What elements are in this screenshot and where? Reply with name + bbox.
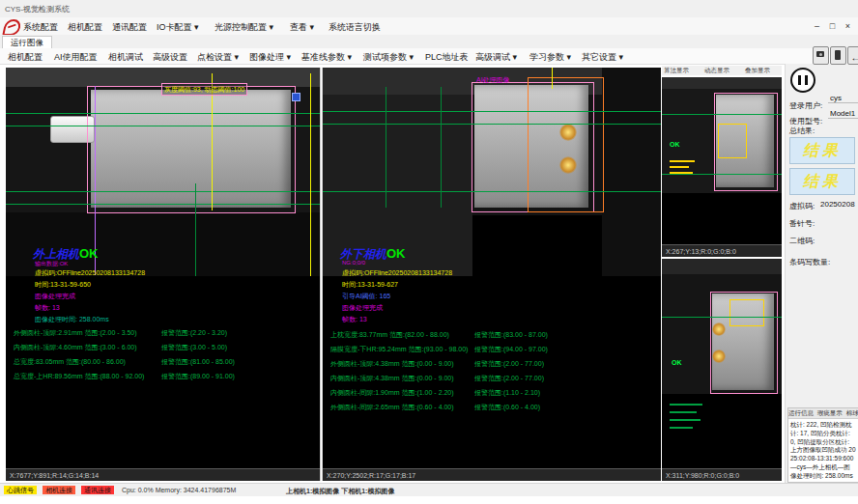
camera2-frames: 帧数: 13	[342, 315, 367, 324]
camera2-scene[interactable]: AI处理图像 外下相机OK NG:0;0/0 虚拟码:OFFline202502…	[323, 68, 661, 468]
menu-light-config[interactable]: 光源控制配置 ▾	[214, 21, 273, 34]
camera2-ai-threshold: 引导AI阈值: 165	[342, 292, 390, 301]
tool-camera-config[interactable]: 相机配置	[8, 51, 43, 64]
login-user-value: cys	[828, 94, 858, 103]
tool-image-process[interactable]: 图像处理 ▾	[249, 51, 291, 64]
tool-advanced-set[interactable]: 高级设置	[153, 51, 187, 64]
tool-test-param[interactable]: 测试项参数 ▾	[363, 51, 414, 64]
camera2-cursor-coords: X:270;Y:2502;R:17;G:17;B:17	[323, 468, 661, 481]
close-button[interactable]: ×	[841, 19, 855, 33]
camera1-view[interactable]: 灰度阈值:93, 动态阈值:100 外上相机OK 输出数据:OK 虚拟码:OFF…	[6, 68, 321, 481]
preview1-ok-badge: OK	[670, 141, 680, 148]
camera2-view[interactable]: AI处理图像 外下相机OK NG:0;0/0 虚拟码:OFFline202502…	[322, 68, 661, 481]
machine-top-rail	[662, 259, 782, 274]
preview-header-row: 算法显示 动态显示 叠加显示	[662, 66, 782, 75]
roi-rect-pink	[87, 86, 296, 213]
preview2-scene[interactable]: OK	[662, 259, 782, 469]
virtual-code-value: 20250208	[818, 200, 857, 209]
camera1-name: 外上相机	[33, 247, 79, 261]
baseline-2	[6, 126, 320, 126]
stats-tab-run[interactable]: 运行信息	[788, 409, 814, 416]
stats-tab-cotton[interactable]: 棉球信息	[846, 409, 858, 416]
measure-line-green	[195, 183, 196, 276]
camera1-proc-time: 图像处理时间: 258.00ms	[35, 315, 109, 324]
model-value: Model1	[828, 109, 858, 119]
right-panel: ← 登录用户: cys 使用型号: Model1 总结果: 结果 结果 虚拟码:…	[785, 64, 858, 485]
camera-mode-text: 上相机1:模拟图像 下相机1:模拟图像	[286, 487, 394, 496]
roi-rect-orange	[528, 77, 604, 212]
camera2-name: 外下相机	[340, 247, 386, 261]
alarm-range: 报警范围:(0.60 - 4.00)	[474, 403, 540, 412]
baseline-2	[323, 124, 661, 125]
window-title: CYS-视觉检测系统	[5, 4, 70, 14]
maximize-button[interactable]: □	[825, 19, 840, 33]
total-result-label: 总结果:	[789, 126, 815, 136]
alarm-range: 报警范围:(2.00 - 77.00)	[474, 359, 544, 369]
camera2-ng-line: NG:0;0/0	[342, 260, 365, 266]
measure-line-green-1	[386, 87, 386, 208]
baseline-3	[6, 191, 320, 192]
baseline-1	[662, 114, 782, 115]
camera-capture-button[interactable]	[813, 46, 829, 65]
camera1-output-line: 输出数据:OK	[35, 260, 68, 268]
preview2-cursor-coords: X:311;Y:980;R:0;G:0;B:0	[662, 468, 782, 481]
preview-header-1[interactable]: 算法显示	[664, 67, 689, 75]
roi-handle-icon[interactable]	[292, 93, 300, 101]
camera-icon	[816, 51, 824, 57]
minimize-button[interactable]: –	[810, 19, 824, 33]
measure-row: 内侧圆柱-顶隙:4.38mm 范围:(0.00 - 9.00)	[330, 374, 454, 383]
camera2-time: 时间:13-31-59-627	[342, 280, 398, 290]
alarm-range: 报警范围:(81.00 - 85.00)	[161, 357, 235, 367]
preview2-ok-badge: OK	[672, 359, 682, 366]
stats-tab-defect[interactable]: 瑕疵显示	[817, 409, 843, 416]
tool-camera-debug[interactable]: 相机调试	[108, 51, 143, 64]
measure-row: 隔膜宽度-下HR:95.24mm 范围:(93.00 - 98.00)	[330, 345, 468, 354]
cpu-memory-text: Cpu: 0.0% Memory: 3424.41796875M	[122, 487, 236, 493]
baseline-2	[662, 174, 782, 175]
menu-io-config[interactable]: IO卡配置 ▾	[157, 21, 199, 34]
measure-line-yellow	[552, 68, 553, 89]
pause-button[interactable]	[790, 68, 815, 93]
alarm-range: 报警范围:(83.00 - 87.00)	[474, 330, 548, 340]
menu-system-config[interactable]: 系统配置	[23, 21, 58, 34]
measure-line-green-2	[441, 87, 442, 208]
menu-comm-config[interactable]: 通讯配置	[112, 21, 147, 34]
tool-spotcheck-set[interactable]: 点检设置 ▾	[197, 51, 239, 64]
tab-run-image[interactable]: 运行图像	[2, 36, 52, 49]
menu-view[interactable]: 查看 ▾	[290, 21, 314, 34]
tool-ai-config[interactable]: AI使用配置	[54, 51, 98, 64]
measure-row: 外侧圆柱-顶隙:4.38mm 范围:(0.00 - 9.00)	[330, 359, 454, 369]
device-button[interactable]	[830, 46, 846, 65]
result-box-1: 结果	[789, 137, 855, 164]
camera1-scene[interactable]: 灰度阈值:93, 动态阈值:100 外上相机OK 输出数据:OK 虚拟码:OFF…	[6, 68, 320, 468]
preview1-scene[interactable]: OK	[662, 77, 782, 245]
alarm-range: 报警范围:(1.10 - 2.10)	[474, 388, 540, 398]
tool-advanced-debug[interactable]: 高级调试 ▾	[475, 51, 517, 64]
status-bar: 心跳信号 相机连接 通讯连接 Cpu: 0.0% Memory: 3424.41…	[0, 483, 858, 496]
tool-other-set[interactable]: 其它设置 ▾	[582, 51, 623, 64]
baseline-3	[323, 191, 661, 192]
preview1-view[interactable]: OK X:267;Y:13;R:0;G:0;B:0	[662, 77, 782, 257]
camera2-ok-badge: OK	[386, 246, 406, 261]
preview-header-3[interactable]: 叠加显示	[745, 67, 770, 75]
measure-row: 上枕宽度:83.77mm 范围:(82.00 - 88.00)	[330, 330, 449, 340]
preview2-view[interactable]: OK X:311;Y:980;R:0;G:0;B:0	[662, 259, 782, 481]
menu-language-switch[interactable]: 系统语言切换	[329, 21, 381, 34]
measure-row: 外侧圆柱-顶隙:2.91mm 范围:(2.00 - 3.50)	[14, 328, 137, 338]
preview1-cursor-coords: X:267;Y:13;R:0;G:0;B:0	[662, 244, 782, 257]
tool-baseline-param[interactable]: 基准线参数 ▾	[301, 51, 352, 64]
back-button[interactable]: ←	[847, 46, 858, 65]
measure-row: 外侧圆柱-间隙:2.65mm 范围:(0.60 - 4.00)	[330, 403, 454, 412]
camera2-status: 图像处理完成	[342, 303, 383, 313]
roi-rect-yellow	[718, 124, 747, 158]
menu-camera-config[interactable]: 相机配置	[68, 21, 102, 34]
preview-header-2[interactable]: 动态显示	[704, 67, 729, 75]
tool-plc-table[interactable]: PLC地址表	[425, 51, 469, 64]
measure-row: 内侧圆柱-间隙:1.90mm 范围:(1.00 - 2.20)	[330, 388, 454, 398]
alarm-range: 报警范围:(2.00 - 77.00)	[474, 374, 544, 383]
micro-text-bar	[670, 172, 693, 174]
tool-learn-param[interactable]: 学习参数 ▾	[529, 51, 571, 64]
micro-text-bar	[670, 404, 702, 406]
barcode-count-label: 条码写数量:	[789, 257, 830, 267]
camera1-time: 时间:13-31-59-650	[35, 280, 91, 290]
